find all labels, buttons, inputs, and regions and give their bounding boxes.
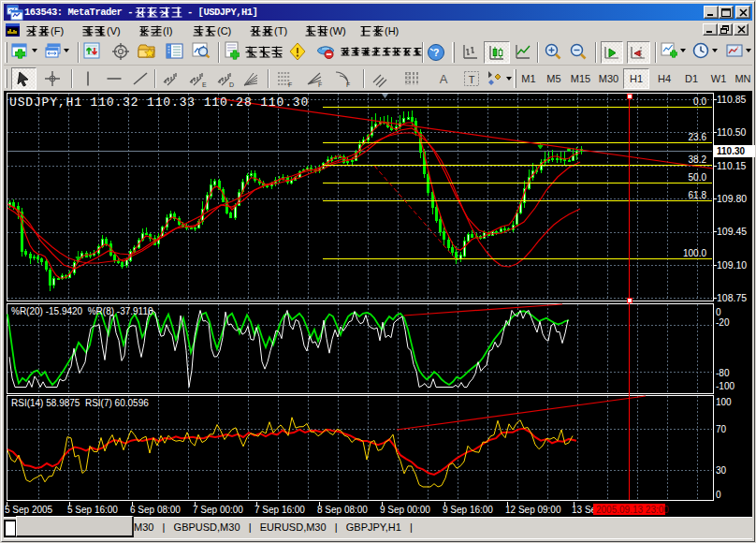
svg-text:-20: -20 <box>716 317 730 328</box>
svg-text:100: 100 <box>716 397 732 407</box>
svg-text:-100: -100 <box>716 381 734 391</box>
svg-text:110.30: 110.30 <box>717 146 745 156</box>
svg-text:110.50: 110.50 <box>717 126 746 138</box>
svg-text:5 Sep 2005: 5 Sep 2005 <box>5 505 53 515</box>
svg-text:0: 0 <box>716 490 721 500</box>
svg-text:12 Sep 09:00: 12 Sep 09:00 <box>505 505 561 515</box>
svg-text:109.10: 109.10 <box>717 259 747 271</box>
svg-text:61.8: 61.8 <box>689 190 707 200</box>
svg-text:9 Sep 16:00: 9 Sep 16:00 <box>443 505 493 515</box>
svg-text:70: 70 <box>716 424 727 434</box>
svg-text:5 Sep 16:00: 5 Sep 16:00 <box>67 505 118 515</box>
svg-text:RSI(14) 58.9875 RSI(7) 60.059: RSI(14) 58.9875 RSI(7) 60.0596 <box>11 398 149 408</box>
svg-text:6 Sep 08:00: 6 Sep 08:00 <box>130 505 181 515</box>
svg-text:110.85: 110.85 <box>717 94 746 105</box>
svg-text:7 Sep 16:00: 7 Sep 16:00 <box>254 505 305 515</box>
svg-text:-80: -80 <box>716 368 730 378</box>
svg-text:38.2: 38.2 <box>689 154 707 165</box>
svg-text:8 Sep 08:00: 8 Sep 08:00 <box>317 505 368 515</box>
svg-text:110.15: 110.15 <box>717 160 746 171</box>
svg-text:0: 0 <box>716 307 721 317</box>
svg-text:7 Sep 00:00: 7 Sep 00:00 <box>193 505 243 515</box>
svg-text:50.0: 50.0 <box>689 172 707 183</box>
svg-text:109.45: 109.45 <box>717 226 747 237</box>
svg-text:100.0: 100.0 <box>683 248 706 258</box>
svg-text:USDJPY,H1 110.32 110.33 110.2: USDJPY,H1 110.32 110.33 110.28 110.30 <box>9 95 309 110</box>
svg-text:23.6: 23.6 <box>689 132 707 142</box>
svg-text:109.80: 109.80 <box>717 193 747 204</box>
svg-text:2005.09.13 23:00: 2005.09.13 23:00 <box>596 505 669 515</box>
svg-text:108.75: 108.75 <box>717 292 747 303</box>
svg-text:30: 30 <box>716 465 727 476</box>
svg-text:0.0: 0.0 <box>693 96 706 107</box>
svg-text:%R(20) -15.9420 %R(8) -37.911: %R(20) -15.9420 %R(8) -37.9110 <box>11 306 153 316</box>
svg-text:9 Sep 00:00: 9 Sep 00:00 <box>380 505 430 515</box>
